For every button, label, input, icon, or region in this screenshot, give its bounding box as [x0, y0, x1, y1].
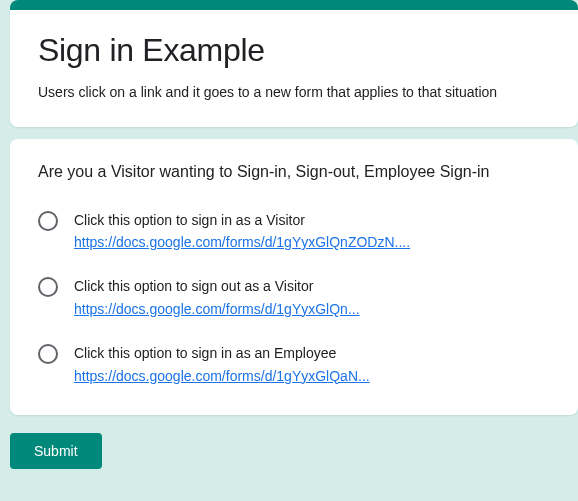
option-link[interactable]: https://docs.google.com/forms/d/1gYyxGlQ… — [74, 301, 360, 317]
option-content: Click this option to sign in as a Visito… — [74, 209, 410, 254]
question-card: Are you a Visitor wanting to Sign-in, Si… — [10, 139, 578, 415]
radio-option[interactable]: Click this option to sign in as an Emplo… — [38, 342, 554, 387]
option-label: Click this option to sign in as a Visito… — [74, 209, 410, 231]
option-label: Click this option to sign in as an Emplo… — [74, 342, 370, 364]
form-description: Users click on a link and it goes to a n… — [38, 83, 554, 103]
radio-option[interactable]: Click this option to sign in as a Visito… — [38, 209, 554, 254]
option-link[interactable]: https://docs.google.com/forms/d/1gYyxGlQ… — [74, 368, 370, 384]
option-content: Click this option to sign out as a Visit… — [74, 275, 360, 320]
radio-option[interactable]: Click this option to sign out as a Visit… — [38, 275, 554, 320]
option-label: Click this option to sign out as a Visit… — [74, 275, 360, 297]
option-content: Click this option to sign in as an Emplo… — [74, 342, 370, 387]
radio-icon[interactable] — [38, 344, 58, 364]
radio-icon[interactable] — [38, 277, 58, 297]
option-link[interactable]: https://docs.google.com/forms/d/1gYyxGlQ… — [74, 234, 410, 250]
form-title: Sign in Example — [38, 32, 554, 69]
question-title: Are you a Visitor wanting to Sign-in, Si… — [38, 163, 554, 181]
radio-icon[interactable] — [38, 211, 58, 231]
form-header-card: Sign in Example Users click on a link an… — [10, 0, 578, 127]
submit-button[interactable]: Submit — [10, 433, 102, 469]
